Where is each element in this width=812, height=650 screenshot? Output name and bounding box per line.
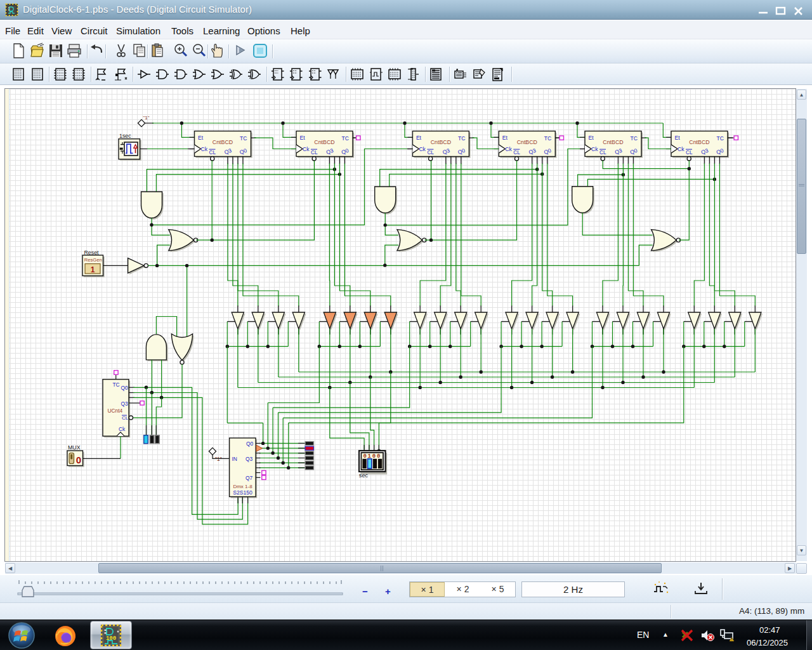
- svg-text:Et: Et: [502, 135, 508, 141]
- svg-text:Et: Et: [589, 135, 594, 141]
- svg-text:Ck: Ck: [678, 146, 684, 152]
- svg-text:CntBCD: CntBCD: [689, 139, 709, 145]
- svg-text:Q3: Q3: [246, 456, 253, 462]
- svg-text:!: !: [731, 637, 733, 641]
- svg-text:Dmx 1-8: Dmx 1-8: [233, 484, 252, 489]
- svg-text:CntBCD: CntBCD: [603, 139, 623, 145]
- svg-text:CL: CL: [311, 150, 318, 156]
- svg-text:Ck: Ck: [201, 146, 208, 152]
- svg-text:CL: CL: [686, 150, 693, 156]
- svg-text:Ck: Ck: [505, 146, 512, 152]
- svg-text:TC: TC: [631, 135, 638, 142]
- svg-text:CL: CL: [599, 150, 606, 156]
- svg-text:TC: TC: [342, 135, 349, 142]
- svg-text:Q3: Q3: [121, 401, 129, 407]
- svg-text:Ck: Ck: [591, 146, 598, 152]
- svg-text:Et: Et: [416, 135, 422, 141]
- svg-text:UCnt4: UCnt4: [108, 408, 123, 414]
- svg-text:1: 1: [91, 265, 95, 274]
- svg-text:TC: TC: [113, 381, 120, 388]
- svg-text:CL: CL: [209, 150, 216, 156]
- svg-text:CL: CL: [513, 150, 520, 156]
- svg-text:Q7: Q7: [246, 475, 253, 481]
- svg-text:Reset: Reset: [84, 249, 100, 256]
- svg-text:Et: Et: [300, 135, 306, 141]
- svg-text:MUX: MUX: [68, 444, 81, 451]
- svg-text:1sec: 1sec: [119, 133, 131, 139]
- svg-text:"1": "1": [143, 115, 150, 121]
- svg-text:CntBCD: CntBCD: [517, 139, 537, 145]
- svg-text:Ck: Ck: [119, 426, 126, 432]
- svg-text:TC: TC: [717, 135, 724, 142]
- svg-text:CntBCD: CntBCD: [213, 139, 233, 145]
- svg-text:Q0: Q0: [246, 441, 254, 447]
- svg-text:TC: TC: [240, 135, 247, 142]
- svg-text:sec: sec: [359, 472, 369, 479]
- svg-text:Ck: Ck: [419, 146, 426, 152]
- svg-text:Et: Et: [675, 135, 681, 141]
- svg-text:CL: CL: [122, 415, 129, 421]
- svg-text:IN: IN: [232, 456, 237, 462]
- svg-text:TC: TC: [544, 135, 551, 142]
- svg-text:S2S150: S2S150: [233, 489, 252, 496]
- svg-text:0100: 0100: [363, 453, 381, 460]
- svg-text:CntBCD: CntBCD: [314, 139, 334, 145]
- svg-text:Ck: Ck: [303, 146, 310, 152]
- svg-text:Q0: Q0: [121, 385, 129, 391]
- svg-text:CL: CL: [427, 150, 434, 156]
- svg-text:CntBCD: CntBCD: [431, 139, 451, 145]
- svg-text:ResGen: ResGen: [84, 257, 102, 263]
- svg-text:Et: Et: [198, 135, 204, 141]
- svg-text:0: 0: [76, 454, 81, 465]
- svg-text:TC: TC: [458, 135, 465, 142]
